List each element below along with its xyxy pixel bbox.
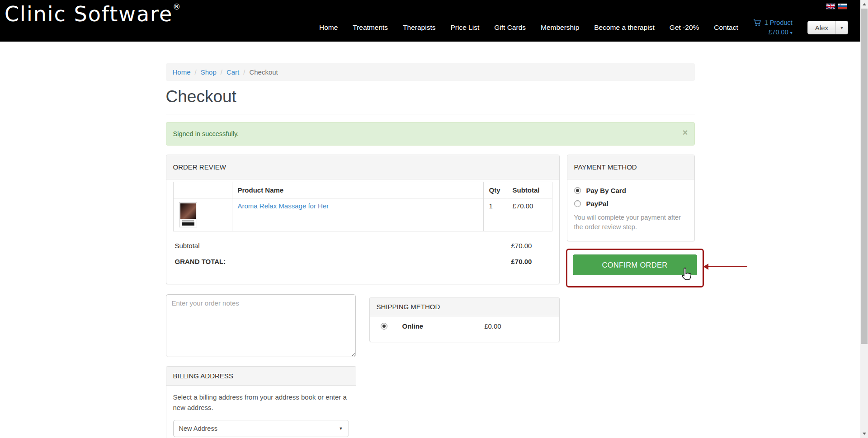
payment-note: You will complete your payment after the… bbox=[574, 213, 688, 232]
order-table: Product Name Qty Subtotal bbox=[173, 182, 552, 231]
main-nav: Home Treatments Therapists Price List Gi… bbox=[319, 0, 848, 42]
browser-scrollbar[interactable] bbox=[860, 0, 868, 438]
shipping-method-panel: SHIPPING METHOD Online £0.00 bbox=[369, 297, 560, 342]
pay-by-card-radio[interactable] bbox=[574, 187, 581, 194]
table-row: Aroma Relax Massage for Her 1 £70.00 bbox=[173, 198, 552, 231]
confirm-order-button[interactable]: CONFIRM ORDER bbox=[573, 254, 697, 275]
left-column: ORDER REVIEW Product Name Qty Subtotal bbox=[166, 155, 560, 438]
billing-address-body: Select a billing address from your addre… bbox=[166, 386, 356, 438]
notes-shipping-row: SHIPPING METHOD Online £0.00 bbox=[166, 294, 560, 357]
shipping-method-title: SHIPPING METHOD bbox=[370, 297, 559, 316]
shipping-online-radio[interactable] bbox=[381, 323, 387, 330]
billing-instruction: Select a billing address from your addre… bbox=[173, 392, 349, 413]
breadcrumb-home[interactable]: Home bbox=[173, 68, 191, 76]
shipping-option-price: £0.00 bbox=[484, 322, 501, 330]
order-review-body: Product Name Qty Subtotal bbox=[166, 179, 559, 284]
payment-method-body: Pay By Card PayPal You will complete you… bbox=[567, 179, 694, 241]
subtotal-row: Subtotal £70.00 bbox=[173, 238, 552, 254]
subtotal-header: Subtotal bbox=[507, 182, 552, 198]
payment-method-panel: PAYMENT METHOD Pay By Card PayPal You wi… bbox=[567, 155, 695, 241]
billing-address-select[interactable]: New Address ▼ bbox=[173, 420, 349, 437]
product-thumbnail[interactable] bbox=[179, 202, 197, 227]
scrollbar-thumb[interactable] bbox=[861, 9, 868, 344]
scroll-down-icon[interactable] bbox=[860, 430, 868, 438]
breadcrumb-cart[interactable]: Cart bbox=[226, 68, 239, 76]
page-root: Clinic Software® bbox=[0, 0, 860, 438]
breadcrumb-separator: / bbox=[195, 68, 197, 76]
billing-address-title: BILLING ADDRESS bbox=[166, 367, 356, 386]
nav-item-membership[interactable]: Membership bbox=[541, 24, 579, 32]
thumb-button-bar bbox=[182, 222, 194, 226]
paypal-radio[interactable] bbox=[574, 200, 581, 207]
close-icon[interactable]: × bbox=[683, 128, 688, 137]
product-subtotal-cell: £70.00 bbox=[507, 198, 552, 231]
cart-caret-icon: ▾ bbox=[790, 30, 793, 35]
breadcrumb-separator: / bbox=[221, 68, 222, 76]
cart-icon bbox=[753, 19, 762, 27]
thumb-column-header bbox=[173, 182, 232, 198]
top-nav-bar: Clinic Software® bbox=[0, 0, 860, 42]
breadcrumb-separator: / bbox=[243, 68, 245, 76]
breadcrumb-shop[interactable]: Shop bbox=[201, 68, 217, 76]
subtotal-label: Subtotal bbox=[175, 242, 200, 250]
order-table-header-row: Product Name Qty Subtotal bbox=[173, 182, 552, 198]
nav-item-treatments[interactable]: Treatments bbox=[353, 24, 388, 32]
shipping-option-row: Online £0.00 bbox=[370, 316, 559, 342]
registered-mark: ® bbox=[173, 2, 180, 11]
product-qty-cell: 1 bbox=[483, 198, 507, 231]
shipping-option-label[interactable]: Online bbox=[402, 322, 424, 330]
nav-item-home[interactable]: Home bbox=[319, 24, 338, 32]
product-link[interactable]: Aroma Relax Massage for Her bbox=[238, 202, 329, 210]
payment-method-title: PAYMENT METHOD bbox=[567, 155, 694, 179]
success-alert: Signed in successfully. × bbox=[166, 122, 695, 146]
pay-by-card-label: Pay By Card bbox=[586, 187, 626, 194]
alert-message: Signed in successfully. bbox=[173, 130, 239, 137]
grand-total-label: GRAND TOTAL: bbox=[175, 258, 226, 265]
pay-by-card-option[interactable]: Pay By Card bbox=[574, 187, 688, 194]
cart-summary[interactable]: 1 Product £70.00 ▾ bbox=[753, 18, 793, 37]
breadcrumb-current: Checkout bbox=[249, 68, 278, 76]
breadcrumb: Home / Shop / Cart / Checkout bbox=[166, 63, 695, 81]
cart-count-label: 1 Product bbox=[764, 18, 793, 28]
billing-address-selected-value: New Address bbox=[179, 425, 217, 432]
order-review-title: ORDER REVIEW bbox=[166, 155, 559, 179]
billing-address-panel: BILLING ADDRESS Select a billing address… bbox=[166, 366, 356, 438]
nav-item-therapists[interactable]: Therapists bbox=[403, 24, 435, 32]
chevron-down-icon: ▼ bbox=[339, 426, 343, 431]
grand-total-value: £70.00 bbox=[511, 258, 532, 265]
paypal-label: PayPal bbox=[586, 200, 609, 207]
logo-text: Clinic Software bbox=[5, 2, 173, 26]
thumb-text-line bbox=[182, 220, 194, 221]
user-menu-button[interactable]: Alex ▾ bbox=[807, 21, 848, 34]
grand-total-row: GRAND TOTAL: £70.00 bbox=[173, 254, 552, 269]
page-title: Checkout bbox=[166, 87, 695, 114]
checkout-columns: ORDER REVIEW Product Name Qty Subtotal bbox=[166, 155, 695, 438]
nav-item-become-a-therapist[interactable]: Become a therapist bbox=[594, 24, 655, 32]
cart-total: £70.00 bbox=[768, 28, 788, 36]
order-review-panel: ORDER REVIEW Product Name Qty Subtotal bbox=[166, 155, 560, 284]
paypal-option[interactable]: PayPal bbox=[574, 200, 688, 207]
subtotal-value: £70.00 bbox=[511, 242, 532, 250]
order-totals: Subtotal £70.00 GRAND TOTAL: £70.00 bbox=[173, 238, 552, 269]
site-logo[interactable]: Clinic Software® bbox=[5, 2, 180, 26]
product-name-cell: Aroma Relax Massage for Her bbox=[232, 198, 483, 231]
product-name-header: Product Name bbox=[232, 182, 483, 198]
user-caret-icon[interactable]: ▾ bbox=[836, 21, 848, 34]
nav-item-contact[interactable]: Contact bbox=[714, 24, 738, 32]
user-name: Alex bbox=[808, 21, 835, 34]
nav-item-price-list[interactable]: Price List bbox=[450, 24, 479, 32]
content-container: Home / Shop / Cart / Checkout Checkout S… bbox=[166, 63, 695, 438]
nav-item-gift-cards[interactable]: Gift Cards bbox=[494, 24, 526, 32]
order-notes-input[interactable] bbox=[166, 294, 356, 357]
right-column: PAYMENT METHOD Pay By Card PayPal You wi… bbox=[567, 155, 695, 287]
qty-header: Qty bbox=[483, 182, 507, 198]
product-image bbox=[180, 203, 196, 219]
nav-item-get-discount[interactable]: Get -20% bbox=[670, 24, 699, 32]
product-thumb-cell bbox=[173, 198, 232, 231]
annotation-arrow bbox=[708, 266, 747, 267]
scroll-up-icon[interactable] bbox=[860, 0, 868, 8]
annotation-highlight-box: CONFIRM ORDER bbox=[566, 249, 704, 287]
